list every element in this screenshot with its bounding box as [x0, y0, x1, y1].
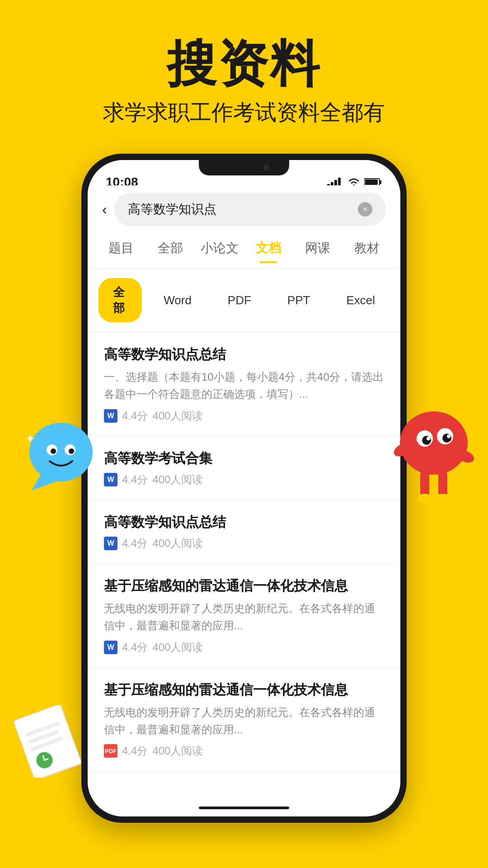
pill-excel[interactable]: Excel: [332, 287, 389, 314]
search-bar-area: ‹ 高等数学知识点 ×: [88, 185, 400, 235]
svg-text:✦: ✦: [25, 432, 35, 446]
tab-course[interactable]: 网课: [293, 235, 343, 261]
result-reads: 400人阅读: [152, 409, 203, 423]
svg-rect-6: [365, 179, 378, 185]
svg-point-18: [422, 436, 431, 445]
result-item[interactable]: 高等数学考试合集 W 4.4分 400人阅读: [88, 436, 400, 500]
svg-point-13: [69, 448, 74, 454]
svg-point-15: [400, 411, 468, 475]
svg-rect-7: [380, 180, 381, 184]
tab-topic[interactable]: 题目: [97, 235, 146, 261]
pill-pdf[interactable]: PDF: [213, 287, 266, 314]
result-rating: 4.4分: [122, 409, 148, 423]
pdf-badge: PDF: [104, 744, 117, 758]
word-badge: W: [104, 409, 117, 423]
filter-pills: 全部 Word PDF PPT Excel: [88, 269, 400, 332]
result-item[interactable]: 高等数学知识点总结 W 4.4分 400人阅读: [88, 500, 400, 564]
result-title: 高等数学知识点总结: [104, 345, 384, 364]
word-badge: W: [104, 641, 117, 654]
back-button[interactable]: ‹: [102, 201, 107, 218]
result-item[interactable]: 基于压缩感知的雷达通信一体化技术信息 无线电的发明开辟了人类历史的新纪元。在各式…: [88, 668, 400, 772]
result-meta: PDF 4.4分 400人阅读: [104, 744, 384, 758]
result-reads: 400人阅读: [152, 472, 203, 487]
tab-all[interactable]: 全部: [146, 235, 195, 261]
svg-rect-23: [438, 470, 447, 497]
result-meta: W 4.4分 400人阅读: [104, 409, 384, 423]
phone-notch: [199, 160, 289, 175]
svg-point-24: [418, 494, 432, 503]
result-rating: 4.4分: [122, 472, 148, 487]
main-title: 搜资料: [0, 36, 488, 91]
result-title: 基于压缩感知的雷达通信一体化技术信息: [104, 576, 384, 595]
result-title: 基于压缩感知的雷达通信一体化技术信息: [104, 680, 384, 699]
svg-point-8: [29, 423, 93, 481]
result-title: 高等数学考试合集: [104, 449, 384, 468]
result-rating: 4.4分: [122, 640, 148, 655]
svg-point-21: [447, 434, 450, 438]
search-query: 高等数学知识点: [128, 201, 216, 218]
deco-paper-doc: [14, 705, 86, 778]
word-badge: W: [104, 473, 117, 486]
pill-all[interactable]: 全部: [99, 278, 142, 322]
result-meta: W 4.4分 400人阅读: [104, 536, 384, 551]
camera-dot: [263, 165, 269, 171]
clear-button[interactable]: ×: [358, 202, 372, 217]
svg-point-19: [442, 434, 451, 443]
result-title: 高等数学知识点总结: [104, 513, 384, 532]
pill-ppt[interactable]: PPT: [273, 287, 325, 314]
result-desc: 无线电的发明开辟了人类历史的新纪元。在各式各样的通信中，最普遍和显著的应用...: [104, 704, 384, 739]
deco-blue-bubble: ✦: [23, 416, 99, 493]
svg-point-25: [436, 494, 450, 503]
result-rating: 4.4分: [122, 536, 148, 551]
category-tabs: 题目 全部 小论文 文档 网课 教材: [88, 235, 400, 269]
svg-rect-22: [420, 470, 429, 497]
pill-word[interactable]: Word: [149, 287, 206, 314]
result-item[interactable]: 高等数学知识点总结 一、选择题（本题有10小题，每小题4分，共40分，请选出各题…: [88, 332, 400, 436]
result-item[interactable]: 基于压缩感知的雷达通信一体化技术信息 无线电的发明开辟了人类历史的新纪元。在各式…: [88, 564, 400, 668]
result-desc: 无线电的发明开辟了人类历史的新纪元。在各式各样的通信中，最普遍和显著的应用...: [104, 600, 384, 635]
page-header: 搜资料 求学求职工作考试资料全都有: [0, 0, 488, 145]
search-input-box[interactable]: 高等数学知识点 ×: [114, 193, 386, 226]
tab-essay[interactable]: 小论文: [195, 235, 244, 261]
result-reads: 400人阅读: [152, 744, 203, 758]
phone-home-indicator: [199, 807, 289, 809]
result-reads: 400人阅读: [152, 536, 203, 551]
result-rating: 4.4分: [122, 744, 148, 758]
svg-point-20: [427, 437, 430, 440]
sub-title: 求学求职工作考试资料全都有: [0, 98, 488, 127]
word-badge: W: [104, 537, 117, 550]
phone-mockup: 10:08: [81, 154, 407, 823]
tab-textbook[interactable]: 教材: [342, 235, 391, 261]
results-list: 高等数学知识点总结 一、选择题（本题有10小题，每小题4分，共40分，请选出各题…: [88, 332, 400, 816]
result-desc: 一、选择题（本题有10小题，每小题4分，共40分，请选出各题中一个符合题意的正确…: [104, 368, 384, 403]
deco-red-character: [389, 398, 479, 511]
svg-point-12: [51, 448, 56, 454]
result-meta: W 4.4分 400人阅读: [104, 640, 384, 655]
result-reads: 400人阅读: [152, 640, 203, 655]
result-meta: W 4.4分 400人阅读: [104, 472, 384, 487]
tab-docs[interactable]: 文档: [244, 235, 293, 261]
